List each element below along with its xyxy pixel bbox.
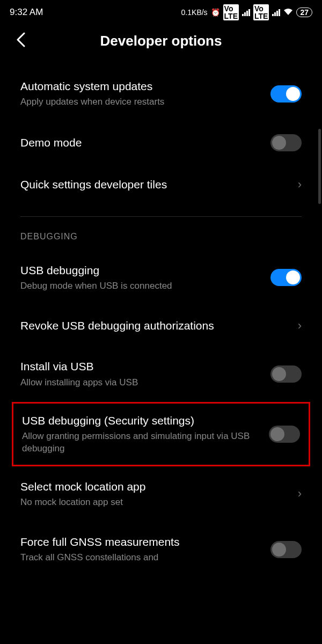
row-title: Force full GNSS measurements [20, 535, 262, 550]
toggle-usb-debugging[interactable] [270, 269, 302, 286]
row-subtitle: Apply updates when device restarts [20, 96, 262, 108]
row-title: USB debugging (Security settings) [22, 413, 260, 428]
row-title: Revoke USB debugging authorizations [20, 318, 289, 333]
row-subtitle: Allow granting permissions and simulatin… [22, 430, 260, 455]
row-force-full-gnss[interactable]: Force full GNSS measurements Track all G… [20, 522, 302, 577]
chevron-right-icon: › [298, 487, 302, 501]
row-usb-debugging[interactable]: USB debugging Debug mode when USB is con… [20, 250, 302, 305]
row-subtitle: Allow installing apps via USB [20, 377, 262, 389]
status-icons: 0.1KB/s ⏰ VoLTE VoLTE 27 [181, 4, 312, 20]
toggle-install-via-usb[interactable] [270, 365, 302, 383]
row-title: USB debugging [20, 263, 262, 278]
toggle-usb-debugging-security[interactable] [269, 426, 300, 443]
row-demo-mode[interactable]: Demo mode [20, 121, 302, 164]
divider [20, 216, 302, 217]
row-title: Quick settings developer tiles [20, 177, 289, 192]
back-button[interactable] [16, 32, 38, 50]
status-bar: 9:32 AM 0.1KB/s ⏰ VoLTE VoLTE 27 [0, 0, 322, 23]
toggle-automatic-updates[interactable] [270, 85, 302, 103]
scrollbar[interactable] [318, 129, 321, 204]
row-title: Demo mode [20, 135, 262, 150]
row-title: Automatic system updates [20, 79, 262, 94]
signal-icon-2 [272, 9, 280, 16]
alarm-icon: ⏰ [211, 8, 220, 17]
net-speed: 0.1KB/s [181, 8, 208, 17]
volte-icon-1: VoLTE [223, 4, 239, 20]
signal-icon-1 [242, 9, 250, 16]
battery-icon: 27 [296, 8, 312, 17]
volte-icon-2: VoLTE [253, 4, 269, 20]
wifi-icon [283, 8, 293, 17]
row-subtitle: No mock location app set [20, 496, 289, 509]
row-usb-debugging-security[interactable]: USB debugging (Security settings) Allow … [22, 404, 300, 465]
row-select-mock-location[interactable]: Select mock location app No mock locatio… [20, 466, 302, 522]
highlight-box: USB debugging (Security settings) Allow … [12, 402, 310, 466]
row-title: Install via USB [20, 359, 262, 374]
row-install-via-usb[interactable]: Install via USB Allow installing apps vi… [20, 346, 302, 401]
clock: 9:32 AM [10, 7, 43, 18]
toggle-demo-mode[interactable] [270, 134, 302, 151]
row-title: Select mock location app [20, 479, 289, 494]
row-automatic-system-updates[interactable]: Automatic system updates Apply updates w… [20, 66, 302, 121]
page-title: Developer options [38, 33, 284, 49]
row-subtitle: Track all GNSS constellations and [20, 552, 262, 564]
toggle-force-gnss[interactable] [270, 541, 302, 558]
row-revoke-usb-auth[interactable]: Revoke USB debugging authorizations › [20, 305, 302, 346]
chevron-right-icon: › [298, 319, 302, 333]
row-quick-settings-tiles[interactable]: Quick settings developer tiles › [20, 164, 302, 205]
section-label-debugging: DEBUGGING [20, 232, 302, 241]
row-subtitle: Debug mode when USB is connected [20, 280, 262, 292]
chevron-right-icon: › [298, 178, 302, 192]
header: Developer options [0, 23, 322, 66]
